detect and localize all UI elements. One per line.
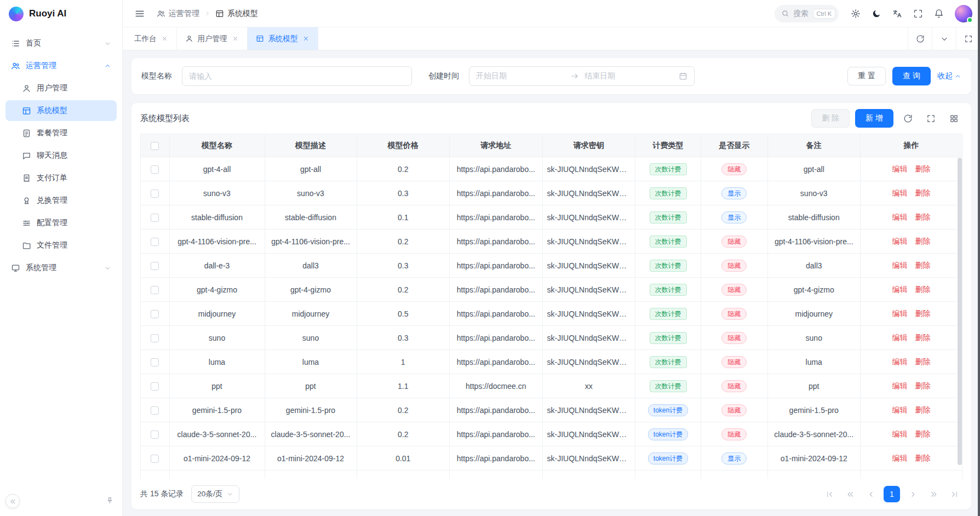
delete-link[interactable]: 删除: [915, 454, 931, 462]
jump-back-button[interactable]: [842, 486, 858, 502]
refresh-table-button[interactable]: [899, 110, 916, 127]
tab-system-model[interactable]: 系统模型: [248, 27, 318, 50]
edit-link[interactable]: 编辑: [892, 261, 908, 270]
row-checkbox[interactable]: [151, 310, 159, 318]
next-page-button[interactable]: [904, 486, 921, 502]
page-size-select[interactable]: 20条/页: [191, 485, 239, 503]
sidebar-toggle-button[interactable]: [130, 4, 149, 23]
tab-user-manage[interactable]: 用户管理: [177, 27, 248, 50]
edit-link[interactable]: 编辑: [892, 357, 908, 366]
add-button[interactable]: 新 增: [855, 109, 893, 128]
prev-page-button[interactable]: [863, 486, 879, 502]
cell-billing-type: token计费: [635, 398, 701, 422]
delete-link[interactable]: 删除: [915, 333, 931, 342]
row-checkbox[interactable]: [151, 382, 159, 391]
row-checkbox[interactable]: [151, 262, 159, 270]
sidebar-item-config-manage[interactable]: 配置管理: [5, 213, 117, 233]
visibility-badge: 隐藏: [721, 356, 747, 368]
edit-link[interactable]: 编辑: [892, 454, 908, 462]
reset-button[interactable]: 重 置: [847, 67, 886, 85]
row-checkbox[interactable]: [151, 431, 159, 439]
delete-link[interactable]: 删除: [915, 261, 931, 270]
settings-button[interactable]: [846, 4, 865, 23]
select-all-cell: [141, 134, 170, 157]
jump-forward-button[interactable]: [925, 486, 942, 502]
delete-link[interactable]: 删除: [915, 309, 931, 318]
global-search[interactable]: 搜索 Ctrl K: [775, 5, 839, 22]
app-root: Ruoyi AI 首页运营管理用户管理系统模型套餐管理聊天消息支付订单兑换管理配…: [0, 0, 980, 516]
sidebar-item-home[interactable]: 首页: [5, 33, 117, 54]
sidebar-item-operations[interactable]: 运营管理: [5, 55, 117, 76]
edit-link[interactable]: 编辑: [892, 188, 908, 197]
collapse-sidebar-button[interactable]: [5, 494, 20, 508]
tab-menu-button[interactable]: [932, 27, 956, 50]
row-checkbox[interactable]: [151, 358, 159, 366]
sidebar-item-payment-order[interactable]: 支付订单: [5, 168, 117, 188]
redeem-icon: [22, 196, 31, 205]
visibility-badge: 显示: [721, 187, 747, 199]
query-button[interactable]: 查 询: [892, 67, 931, 85]
delete-link[interactable]: 删除: [915, 164, 931, 173]
edit-link[interactable]: 编辑: [892, 237, 908, 245]
edit-link[interactable]: 编辑: [892, 429, 908, 438]
close-icon[interactable]: [232, 35, 239, 42]
sidebar-item-system-model[interactable]: 系统模型: [5, 100, 117, 121]
sidebar-item-chat-message[interactable]: 聊天消息: [5, 145, 117, 166]
last-page-button[interactable]: [946, 486, 962, 502]
select-all-checkbox[interactable]: [151, 142, 159, 150]
close-icon[interactable]: [161, 35, 168, 42]
breadcrumb-system-model[interactable]: 系统模型: [215, 9, 258, 19]
language-button[interactable]: [888, 4, 907, 23]
cell-model-name: gpt-4-all: [169, 157, 265, 181]
notifications-button[interactable]: [930, 4, 948, 23]
sidebar-item-system-manage[interactable]: 系统管理: [5, 257, 117, 278]
content-fullscreen-button[interactable]: [956, 27, 980, 50]
row-checkbox[interactable]: [151, 455, 159, 463]
sidebar-item-redeem-manage[interactable]: 兑换管理: [5, 190, 117, 211]
refresh-page-button[interactable]: [908, 27, 932, 50]
delete-link[interactable]: 删除: [915, 381, 931, 390]
sidebar-item-user-manage[interactable]: 用户管理: [5, 78, 117, 99]
sidebar-pin-button[interactable]: [102, 493, 117, 507]
edit-link[interactable]: 编辑: [892, 309, 908, 318]
edit-link[interactable]: 编辑: [892, 333, 908, 342]
delete-link[interactable]: 删除: [915, 405, 931, 414]
row-checkbox[interactable]: [151, 214, 159, 222]
page-number-button[interactable]: 1: [884, 486, 900, 502]
delete-link[interactable]: 删除: [915, 357, 931, 366]
edit-link[interactable]: 编辑: [892, 381, 908, 390]
table-scrollbar-thumb[interactable]: [958, 158, 962, 465]
model-name-input[interactable]: [189, 72, 405, 81]
close-icon[interactable]: [302, 35, 310, 42]
row-checkbox[interactable]: [151, 406, 159, 415]
fullscreen-button[interactable]: [909, 4, 927, 23]
batch-delete-button[interactable]: 删 除: [811, 109, 850, 128]
row-checkbox[interactable]: [151, 334, 159, 342]
column-settings-button[interactable]: [945, 110, 962, 127]
edit-link[interactable]: 编辑: [892, 164, 908, 173]
delete-link[interactable]: 删除: [915, 285, 931, 294]
chevron-up-icon: [954, 73, 961, 80]
edit-link[interactable]: 编辑: [892, 213, 908, 221]
sidebar-item-package-manage[interactable]: 套餐管理: [5, 123, 117, 144]
delete-link[interactable]: 删除: [915, 213, 931, 221]
tab-workbench[interactable]: 工作台: [126, 27, 177, 50]
first-page-button[interactable]: [821, 486, 838, 502]
delete-link[interactable]: 删除: [915, 188, 931, 197]
edit-link[interactable]: 编辑: [892, 285, 908, 294]
dark-mode-button[interactable]: [867, 4, 886, 23]
collapse-filter-link[interactable]: 收起: [937, 71, 961, 81]
user-avatar[interactable]: [955, 5, 972, 22]
page-scrollbar[interactable]: [978, 0, 980, 516]
delete-link[interactable]: 删除: [915, 429, 931, 438]
row-checkbox[interactable]: [151, 238, 159, 246]
breadcrumb-operations[interactable]: 运营管理: [157, 9, 199, 19]
row-checkbox[interactable]: [151, 190, 159, 198]
delete-link[interactable]: 删除: [915, 237, 931, 245]
row-checkbox[interactable]: [151, 165, 159, 174]
create-time-range-picker[interactable]: 开始日期 结束日期: [469, 66, 695, 86]
row-checkbox[interactable]: [151, 286, 159, 294]
sidebar-item-file-manage[interactable]: 文件管理: [5, 235, 117, 256]
edit-link[interactable]: 编辑: [892, 405, 908, 414]
table-fullscreen-button[interactable]: [922, 110, 939, 127]
